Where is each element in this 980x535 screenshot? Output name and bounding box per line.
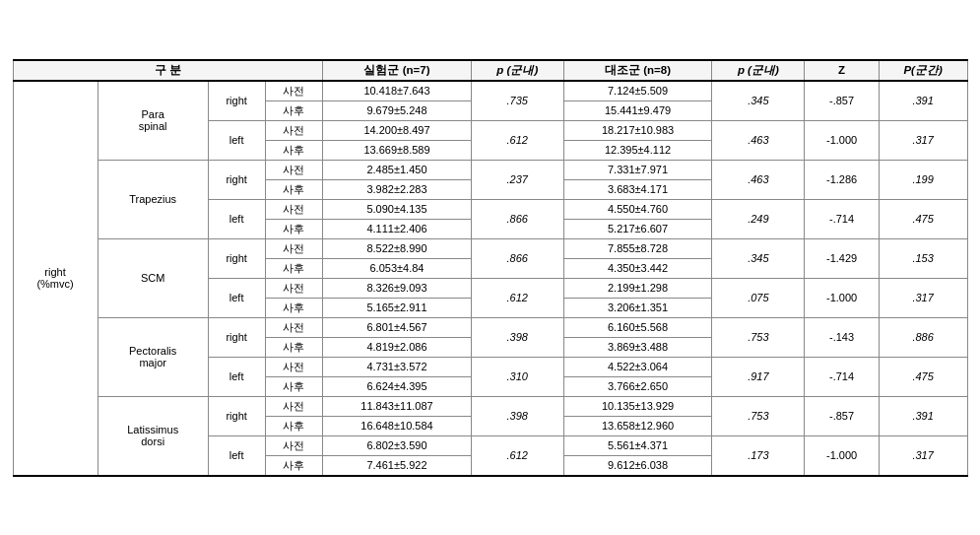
ctrl-value: 4.550±4.760 xyxy=(563,199,711,219)
side-label: left xyxy=(208,199,265,238)
exp-value: 6.801±4.567 xyxy=(323,317,471,337)
side-label: right xyxy=(208,317,265,357)
exp-value: 9.679±5.248 xyxy=(323,100,471,120)
muscle-name: Paraspinal xyxy=(98,81,208,161)
ctrl-value: 5.217±6.607 xyxy=(563,219,711,238)
side-label: right xyxy=(208,238,265,278)
z-value: -.857 xyxy=(805,396,879,435)
exp-value: 11.843±11.087 xyxy=(323,396,471,416)
z-value: -1.286 xyxy=(805,160,879,199)
exp-value: 13.669±8.589 xyxy=(323,140,471,160)
p-within-ctrl: .753 xyxy=(712,317,805,357)
ctrl-value: 15.441±9.479 xyxy=(563,100,711,120)
p-between: .391 xyxy=(879,396,967,435)
timing-label: 사전 xyxy=(265,396,323,416)
p-within-ctrl: .075 xyxy=(712,278,805,317)
timing-label: 사전 xyxy=(265,160,323,179)
p-within-ctrl: .463 xyxy=(712,120,805,160)
timing-label: 사후 xyxy=(265,337,323,357)
ctrl-value: 2.199±1.298 xyxy=(563,278,711,298)
ctrl-value: 9.612±6.038 xyxy=(563,455,711,476)
data-table: 구 분 실험군 (n=7) p (군내) 대조군 (n=8) p (군내) Z … xyxy=(13,59,968,477)
timing-label: 사전 xyxy=(265,357,323,376)
exp-value: 5.090±4.135 xyxy=(323,199,471,219)
exp-value: 3.982±2.283 xyxy=(323,179,471,199)
ctrl-value: 6.160±5.568 xyxy=(563,317,711,337)
timing-label: 사전 xyxy=(265,317,323,337)
p-between: .153 xyxy=(879,238,967,278)
exp-value: 2.485±1.450 xyxy=(323,160,471,179)
ctrl-value: 12.395±4.112 xyxy=(563,140,711,160)
p-between: .317 xyxy=(879,278,967,317)
timing-label: 사후 xyxy=(265,219,323,238)
timing-label: 사후 xyxy=(265,376,323,396)
table-wrapper: 구 분 실험군 (n=7) p (군내) 대조군 (n=8) p (군내) Z … xyxy=(13,59,968,477)
timing-label: 사전 xyxy=(265,199,323,219)
header-exp-group: 실험군 (n=7) xyxy=(323,60,471,81)
p-within-ctrl: .463 xyxy=(712,160,805,199)
p-within-ctrl: .345 xyxy=(712,81,805,121)
side-label: left xyxy=(208,120,265,160)
z-value: -.714 xyxy=(805,357,879,396)
ctrl-value: 3.869±3.488 xyxy=(563,337,711,357)
p-within-exp: .866 xyxy=(471,238,563,278)
p-between: .317 xyxy=(879,120,967,160)
timing-label: 사후 xyxy=(265,416,323,435)
p-within-ctrl: .345 xyxy=(712,238,805,278)
exp-value: 10.418±7.643 xyxy=(323,81,471,101)
z-value: -1.000 xyxy=(805,120,879,160)
ctrl-value: 3.683±4.171 xyxy=(563,179,711,199)
header-p-within-ctrl: p (군내) xyxy=(712,60,805,81)
exp-value: 16.648±10.584 xyxy=(323,416,471,435)
p-within-exp: .237 xyxy=(471,160,563,199)
side-label: left xyxy=(208,435,265,476)
exp-value: 6.802±3.590 xyxy=(323,435,471,455)
exp-value: 6.053±4.84 xyxy=(323,258,471,278)
side-label: right xyxy=(208,396,265,435)
exp-value: 4.731±3.572 xyxy=(323,357,471,376)
timing-label: 사후 xyxy=(265,100,323,120)
p-within-ctrl: .753 xyxy=(712,396,805,435)
side-label: right xyxy=(208,160,265,199)
ctrl-value: 7.855±8.728 xyxy=(563,238,711,258)
side-label: left xyxy=(208,357,265,396)
exp-value: 7.461±5.922 xyxy=(323,455,471,476)
muscle-name: Pectoralismajor xyxy=(98,317,208,396)
p-between: .475 xyxy=(879,357,967,396)
p-within-exp: .612 xyxy=(471,278,563,317)
p-between: .886 xyxy=(879,317,967,357)
exp-value: 4.111±2.406 xyxy=(323,219,471,238)
z-value: -.714 xyxy=(805,199,879,238)
timing-label: 사전 xyxy=(265,120,323,140)
timing-label: 사전 xyxy=(265,238,323,258)
timing-label: 사후 xyxy=(265,140,323,160)
p-within-exp: .866 xyxy=(471,199,563,238)
timing-label: 사전 xyxy=(265,278,323,298)
muscle-name: Latissimusdorsi xyxy=(98,396,208,476)
timing-label: 사후 xyxy=(265,258,323,278)
timing-label: 사후 xyxy=(265,179,323,199)
p-within-ctrl: .917 xyxy=(712,357,805,396)
p-within-exp: .310 xyxy=(471,357,563,396)
exp-value: 8.326±9.093 xyxy=(323,278,471,298)
p-within-exp: .612 xyxy=(471,435,563,476)
ctrl-value: 4.522±3.064 xyxy=(563,357,711,376)
header-gubun: 구 분 xyxy=(13,60,323,81)
p-between: .199 xyxy=(879,160,967,199)
p-within-ctrl: .249 xyxy=(712,199,805,238)
p-within-exp: .735 xyxy=(471,81,563,121)
timing-label: 사후 xyxy=(265,298,323,317)
p-within-exp: .612 xyxy=(471,120,563,160)
exp-value: 6.624±4.395 xyxy=(323,376,471,396)
z-value: -.857 xyxy=(805,81,879,121)
row-header-left: right (%mvc) xyxy=(13,81,98,476)
timing-label: 사후 xyxy=(265,455,323,476)
z-value: -1.429 xyxy=(805,238,879,278)
p-within-exp: .398 xyxy=(471,317,563,357)
muscle-name: SCM xyxy=(98,238,208,317)
ctrl-value: 5.561±4.371 xyxy=(563,435,711,455)
z-value: -.143 xyxy=(805,317,879,357)
exp-value: 4.819±2.086 xyxy=(323,337,471,357)
side-label: right xyxy=(208,81,265,121)
exp-value: 8.522±8.990 xyxy=(323,238,471,258)
